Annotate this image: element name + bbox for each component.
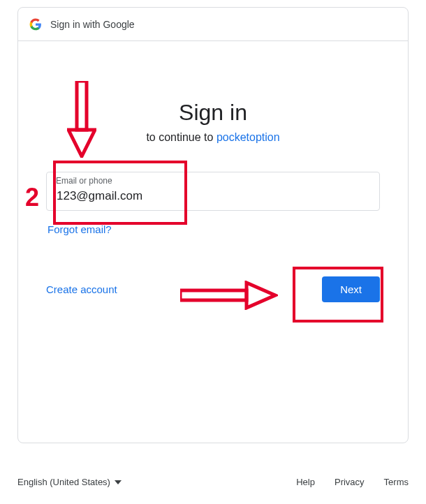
card-header: Sign in with Google (18, 8, 408, 41)
language-selector[interactable]: English (United States) (17, 477, 122, 487)
privacy-link[interactable]: Privacy (335, 477, 365, 487)
language-label: English (United States) (17, 477, 110, 487)
card-body: Sign in to continue to pocketoption Emai… (18, 41, 408, 302)
footer-links: Help Privacy Terms (296, 477, 409, 487)
actions-row: Create account Next (46, 276, 380, 302)
email-input[interactable] (46, 172, 380, 211)
subtitle-prefix: to continue to (146, 131, 216, 143)
app-link[interactable]: pocketoption (216, 131, 280, 143)
terms-link[interactable]: Terms (384, 477, 409, 487)
create-account-link[interactable]: Create account (46, 283, 117, 295)
signin-card: Sign in with Google Sign in to continue … (17, 7, 409, 443)
help-link[interactable]: Help (296, 477, 315, 487)
google-logo-icon (29, 18, 42, 31)
chevron-down-icon (115, 480, 122, 484)
email-field-wrap: Email or phone (46, 172, 380, 211)
footer: English (United States) Help Privacy Ter… (17, 477, 409, 487)
subtitle: to continue to pocketoption (46, 131, 380, 144)
next-button[interactable]: Next (322, 276, 380, 302)
forgot-email-link[interactable]: Forgot email? (47, 223, 112, 235)
page-title: Sign in (46, 100, 380, 126)
header-title: Sign in with Google (50, 19, 135, 30)
